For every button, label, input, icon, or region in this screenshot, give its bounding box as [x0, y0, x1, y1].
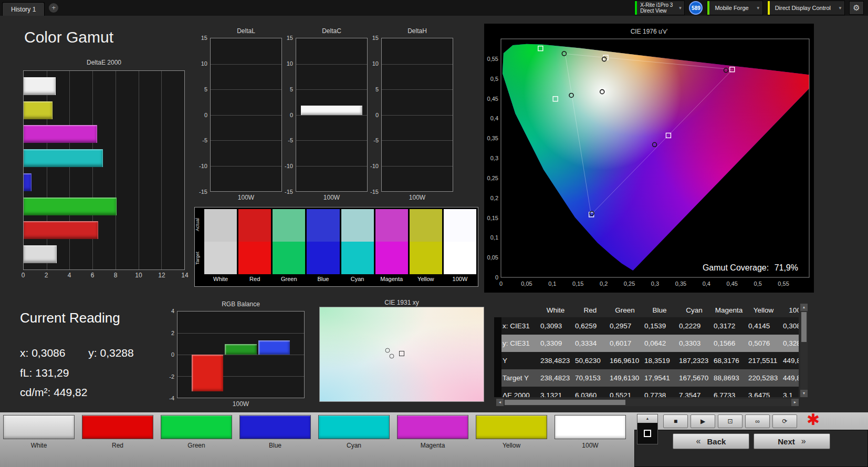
chart-title: DeltaE 2000 — [23, 59, 185, 68]
swatch-label: Cyan — [341, 274, 374, 284]
cell: 0,5521 — [608, 387, 642, 397]
reading-fl: fL: 131,29 — [20, 367, 69, 379]
gridline — [296, 64, 367, 65]
plot-area — [23, 70, 185, 270]
tick-label: 10 — [135, 272, 142, 279]
cell: 3,1321 — [538, 387, 573, 397]
target-swatch — [204, 242, 237, 274]
link-button[interactable]: ∞ — [745, 414, 770, 428]
pattern-button-yellow[interactable] — [476, 415, 547, 439]
table-row[interactable]: ΔE 20003,13216,03600,55210,77387,35476,7… — [494, 387, 799, 397]
meter-dropdown[interactable]: X-Rite i1Pro 3 Direct View ▼ — [634, 1, 685, 15]
bar-yellow — [24, 101, 53, 119]
pattern-button-green[interactable] — [161, 415, 232, 439]
pattern-button-cyan[interactable] — [318, 415, 390, 439]
alert-asterisk-icon: ✱ — [807, 410, 820, 429]
pattern-button-red[interactable] — [82, 415, 153, 439]
chart-title: DeltaH — [381, 27, 453, 36]
pattern-button-label: Yellow — [476, 442, 547, 449]
chevron-down-icon: ▼ — [754, 6, 762, 11]
scroll-thumb[interactable] — [505, 400, 625, 405]
row-label: Target Y — [501, 369, 538, 387]
pattern-button-blue[interactable] — [239, 415, 311, 439]
gridline — [177, 333, 304, 334]
x-tick-label: 0,05 — [521, 281, 532, 287]
display-control-dropdown[interactable]: Direct Display Control ▼ — [767, 1, 845, 15]
y-tick-label: 0,05 — [487, 254, 498, 261]
add-tab-button[interactable]: + — [49, 3, 58, 13]
table-row[interactable]: Target Y238,482370,9153149,613017,954116… — [494, 369, 799, 387]
collapse-button[interactable]: ▲ — [637, 414, 657, 423]
tick-label: -5 — [288, 137, 293, 143]
plot-area — [177, 311, 305, 398]
cell: 6,0360 — [573, 387, 608, 397]
table-row[interactable]: Y238,482350,6230166,961018,3519187,23236… — [494, 352, 799, 369]
top-bar: History 1 + X-Rite i1Pro 3 Direct View ▼… — [0, 0, 868, 16]
chart-title: DeltaL — [210, 27, 282, 36]
pattern-window-button[interactable]: ⊡ — [718, 414, 742, 428]
bar-magenta — [24, 125, 97, 143]
actual-swatch — [410, 209, 442, 242]
next-button[interactable]: Next » — [754, 433, 830, 449]
table-vertical-scrollbar[interactable]: ▲ ▼ — [800, 304, 808, 397]
pattern-button-label: Cyan — [318, 442, 390, 449]
gridline — [382, 140, 453, 141]
actual-swatch — [341, 209, 374, 242]
gear-icon: ⚙ — [853, 3, 860, 13]
bar-cyan — [24, 149, 103, 167]
scroll-down-button[interactable]: ▼ — [800, 390, 808, 397]
column-header: Magenta — [712, 304, 746, 317]
column-header: 100W — [781, 304, 799, 317]
tick-label: 14 — [181, 272, 188, 279]
scroll-right-button[interactable]: ► — [791, 399, 799, 406]
scroll-up-button[interactable]: ▲ — [800, 304, 808, 311]
scroll-track[interactable] — [504, 399, 791, 406]
scroll-left-button[interactable]: ◄ — [496, 399, 504, 406]
pattern-source-dropdown[interactable]: Mobile Forge ▼ — [707, 1, 762, 15]
swatch-label: Red — [238, 274, 271, 284]
scroll-track[interactable] — [800, 311, 808, 390]
y-tick-label: 0,1 — [490, 234, 498, 241]
refresh-button[interactable]: ⟳ — [772, 414, 797, 428]
tick-label: -5 — [202, 137, 207, 143]
back-button[interactable]: « Back — [673, 433, 749, 449]
row-gutter — [494, 387, 501, 397]
table-row[interactable]: y: CIE310,33090,33340,60170,06420,33030,… — [494, 335, 799, 352]
target-swatch — [341, 242, 374, 274]
bar-row — [24, 221, 184, 239]
target-swatch — [444, 242, 476, 274]
pattern-button-magenta[interactable] — [397, 415, 468, 439]
tick-label: 10 — [372, 60, 379, 67]
history-tab[interactable]: History 1 — [2, 2, 45, 16]
bar-row — [24, 149, 184, 167]
x-tick-label: 0,35 — [675, 281, 686, 287]
stop-button[interactable]: ■ — [663, 414, 688, 428]
cell: 0,3309 — [538, 335, 573, 352]
cell: 220,5283 — [746, 369, 781, 387]
pattern-preview-button[interactable] — [637, 423, 657, 444]
cell: 7,3547 — [677, 387, 712, 397]
swatch-label: Blue — [307, 274, 339, 284]
gridline — [382, 64, 453, 65]
meter-counter-badge[interactable]: 589 — [689, 1, 703, 15]
gridline — [211, 140, 281, 141]
back-chevron-icon: « — [696, 437, 701, 446]
play-button[interactable]: ▶ — [691, 414, 715, 428]
pattern-button-white[interactable] — [3, 415, 75, 439]
table-header-row: WhiteRedGreenBlueCyanMagentaYellow100W — [494, 304, 799, 317]
pattern-button-100w[interactable] — [555, 415, 626, 439]
y-tick-label: 0,45 — [487, 96, 498, 102]
x-tick-label: 0,15 — [572, 281, 583, 287]
x-axis: 02468101214 — [23, 272, 185, 281]
cell: 0,3288 — [781, 335, 799, 352]
x-tick-label: 0,45 — [727, 281, 738, 287]
scroll-thumb[interactable] — [801, 312, 807, 342]
y-axis: 420-2-4 — [160, 311, 177, 398]
table-row[interactable]: x: CIE310,30930,62590,29570,15390,22290,… — [494, 317, 799, 335]
tick-label: -15 — [199, 189, 207, 195]
tick-label: 2 — [171, 330, 174, 336]
settings-button[interactable]: ⚙ — [849, 1, 864, 15]
table-horizontal-scrollbar[interactable]: ◄ ► — [496, 399, 799, 406]
swatch-column-green: Green — [273, 209, 305, 286]
gridline — [382, 89, 453, 90]
